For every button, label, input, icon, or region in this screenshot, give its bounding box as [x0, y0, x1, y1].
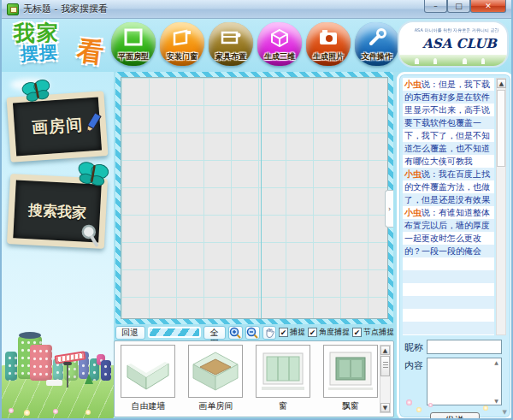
furniture-icon [220, 28, 242, 47]
app-window: 无标题 - 我家摆摆看 – □ ✕ 我家 摆摆 看 平面房型 [0, 0, 513, 420]
logo-text-3: 看 [75, 33, 106, 71]
object-library: 自由建墙 画单房间 [114, 340, 394, 417]
close-button[interactable]: ✕ [470, 0, 506, 13]
canvas-toolbar: 回退 全图 ✔ 捕捉 ✔ [115, 325, 394, 340]
single-room-icon [191, 349, 240, 393]
library-item-window[interactable]: 窗 [256, 345, 311, 417]
door-window-icon [171, 28, 193, 47]
logo-text-2: 摆摆 [20, 40, 58, 66]
asa-landscape [399, 55, 507, 66]
nickname-input[interactable] [427, 340, 502, 354]
draw-room-label: 画房间 [31, 114, 84, 139]
chat-speaker: 小虫 [404, 208, 422, 217]
flower [9, 408, 14, 413]
free-wall-icon [123, 350, 173, 393]
butterfly-icon [75, 161, 109, 188]
zoom-out-button[interactable] [245, 326, 260, 340]
nickname-label: 昵称 [404, 340, 427, 354]
tree [85, 374, 93, 384]
floor-plan-button[interactable]: 平面房型 [111, 22, 156, 66]
file-operations-button[interactable]: 文件操作 [355, 22, 399, 66]
snap-checkbox[interactable]: ✔ 捕捉 [279, 327, 305, 338]
chat-speaker: 小虫 [404, 169, 422, 179]
roof [19, 332, 41, 339]
chat-text: 但是，我下载的东西有好多是在软件里显示不出来，高手说要下载软件包覆盖一下，我下了… [404, 80, 490, 166]
bay-window-icon [326, 348, 375, 394]
flowers-decoration [399, 393, 510, 416]
library-scroll-thumb[interactable] [380, 356, 390, 376]
sidebar: 画房间 搜索我家 [2, 72, 114, 418]
scroll-down-icon[interactable]: ▼ [380, 403, 390, 412]
lamp-post [67, 365, 68, 387]
chat-message: 小虫说：我在百度上找的文件覆盖方法，也做了，但是还是没有效果 [404, 168, 492, 206]
asa-club-badge[interactable]: ASA 마니아를 위한 자유로운 커뮤니티 공간 ASA CLUB [398, 21, 509, 68]
magnifier-icon [78, 222, 101, 247]
asa-tagline: ASA 마니아를 위한 자유로운 커뮤니티 공간 [415, 27, 492, 33]
maximize-button[interactable]: □ [447, 0, 470, 13]
chat-messages: 小虫说：但是，我下载的东西有好多是在软件里显示不出来，高手说要下载软件包覆盖一下… [403, 78, 494, 335]
chat-scroll-thumb[interactable] [497, 90, 505, 167]
scroll-up-icon[interactable]: ▲ [492, 359, 500, 365]
checkbox-check: ✔ [308, 328, 317, 337]
building [101, 360, 111, 381]
library-scrollbar[interactable]: ▲ ▼ [380, 345, 391, 413]
building [30, 345, 52, 381]
camera-icon [317, 28, 339, 47]
minimize-button[interactable]: – [424, 0, 447, 13]
wrench-icon [367, 28, 387, 47]
library-item-single-room[interactable]: 画单房间 [188, 345, 244, 417]
checkbox-check: ✔ [352, 328, 362, 337]
chat-speaker: 小虫 [404, 80, 422, 89]
bay-window-thumbnail [323, 345, 378, 398]
canvas-axis-line [261, 78, 262, 318]
furniture-layout-button[interactable]: 家具布置 [209, 22, 253, 66]
cube-3d-icon [269, 28, 290, 47]
scroll-up-icon[interactable]: ▲ [380, 346, 390, 355]
flower [53, 409, 58, 414]
floor-plan-icon [123, 28, 144, 47]
chat-scrollbar[interactable]: ▲ [496, 78, 506, 335]
pencil-icon [80, 110, 104, 138]
scroll-up-icon[interactable]: ▲ [497, 79, 506, 88]
pan-button[interactable] [262, 326, 276, 340]
bench [46, 380, 62, 386]
content-label: 内容 [404, 358, 427, 372]
zoom-in-icon [229, 327, 242, 339]
undo-button[interactable]: 回退 [115, 326, 145, 340]
single-room-thumbnail [188, 345, 243, 398]
library-item-bay-window[interactable]: 飘窗 [322, 345, 378, 417]
angle-snap-checkbox[interactable]: ✔ 角度捕捉 [308, 327, 350, 338]
library-item-free-wall[interactable]: 自由建墙 [121, 345, 176, 417]
chat-message: 小虫说：有谁知道整体布置完以后，墙的厚度一起更改时怎么更改的？一段一段的俺会 [404, 206, 492, 257]
drawing-canvas[interactable] [121, 77, 388, 319]
window-thumbnail [256, 345, 310, 398]
butterfly-icon [21, 79, 53, 104]
city-illustration [2, 328, 114, 418]
full-view-button[interactable]: 全图 [203, 326, 226, 340]
main-toolbar: 平面房型 安装门窗 家具布置 [111, 22, 400, 70]
canvas-frame [115, 72, 393, 324]
checkbox-check: ✔ [279, 328, 288, 337]
free-wall-thumbnail [121, 345, 175, 398]
generate-3d-button[interactable]: 生成三维 [257, 22, 302, 66]
zoom-out-icon [246, 327, 259, 339]
node-snap-checkbox[interactable]: ✔ 节点捕捉 [352, 327, 394, 338]
chat-panel: 小虫说：但是，我下载的东西有好多是在软件里显示不出来，高手说要下载软件包覆盖一下… [397, 72, 513, 420]
flower [24, 410, 30, 416]
panel-resize-icon[interactable]: ▼ [503, 409, 507, 416]
zoom-in-button[interactable] [228, 326, 243, 340]
window-icon [258, 348, 308, 394]
hand-icon [263, 327, 275, 339]
building [5, 352, 17, 381]
window-title: 无标题 - 我家摆摆看 [23, 3, 108, 15]
history-stripe-bar[interactable] [148, 327, 200, 338]
search-home-label: 搜索我家 [27, 200, 86, 223]
title-bar: 无标题 - 我家摆摆看 – □ ✕ [2, 0, 511, 19]
asa-title: ASA CLUB [399, 36, 507, 51]
generate-photo-button[interactable]: 生成照片 [306, 22, 351, 66]
install-doors-windows-button[interactable]: 安装门窗 [160, 22, 204, 66]
app-icon [7, 3, 19, 15]
collapse-panel-handle[interactable]: › [385, 190, 393, 228]
header: 我家 摆摆 看 平面房型 安装门窗 [2, 19, 511, 72]
chat-message: 小虫说：但是，我下载的东西有好多是在软件里显示不出来，高手说要下载软件包覆盖一下… [404, 78, 492, 168]
